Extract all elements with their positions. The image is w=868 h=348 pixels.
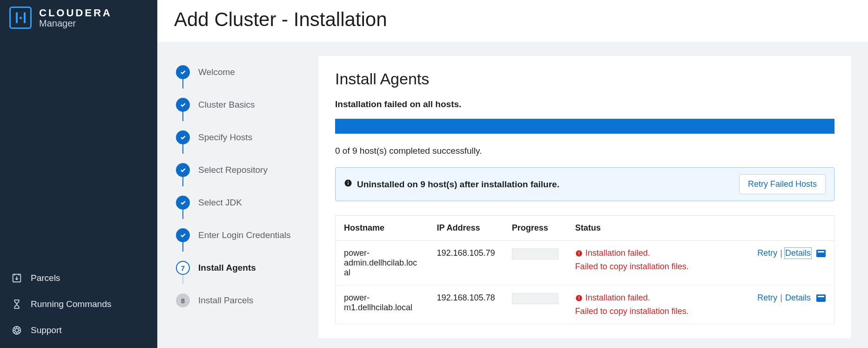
uninstall-info-box: Uninstalled on 9 host(s) after installat… (335, 167, 834, 201)
sidebar-item-parcels[interactable]: Parcels (0, 265, 157, 291)
wizard-step[interactable]: Select Repository (176, 154, 300, 186)
step-label: Select Repository (198, 165, 268, 175)
progress-indicator (512, 248, 558, 259)
svg-rect-4 (348, 183, 349, 185)
step-label: Welcome (198, 67, 235, 77)
check-icon (176, 130, 190, 144)
hosts-table: Hostname IP Address Progress Status powe… (335, 215, 834, 324)
step-label: Install Parcels (198, 295, 253, 306)
wizard-step[interactable]: 8Install Parcels (176, 284, 300, 317)
cell-hostname: power-m1.dellhcilab.local (336, 286, 429, 324)
step-number: 7 (176, 261, 190, 275)
table-row: power-m1.dellhcilab.local192.168.105.78I… (336, 286, 834, 324)
cell-status: Installation failed.Retry | DetailsFaile… (567, 286, 834, 324)
wizard-step[interactable]: Enter Login Credentials (176, 219, 300, 252)
step-label: Enter Login Credentials (198, 230, 291, 240)
retry-failed-hosts-button[interactable]: Retry Failed Hosts (739, 174, 826, 194)
sidebar-item-running-commands[interactable]: Running Commands (0, 291, 157, 317)
check-icon (176, 228, 190, 242)
step-label: Install Agents (198, 263, 256, 273)
wizard-step[interactable]: Specify Hosts (176, 121, 300, 154)
col-progress: Progress (504, 216, 567, 241)
status-error: Installation failed. (575, 248, 650, 258)
sidebar-item-support[interactable]: Support (0, 317, 157, 343)
brand-subtitle: Manager (39, 18, 112, 29)
wizard-step[interactable]: Select JDK (176, 186, 300, 219)
status-error: Installation failed. (575, 293, 650, 303)
window-icon[interactable] (816, 250, 826, 257)
install-agents-panel: Install Agents Installation failed on al… (318, 56, 851, 338)
panel-heading: Install Agents (335, 70, 834, 88)
step-number: 8 (176, 293, 190, 307)
col-hostname: Hostname (336, 216, 429, 241)
progress-indicator (512, 293, 558, 304)
support-icon (11, 325, 22, 336)
error-icon (575, 294, 583, 302)
progress-text: 0 of 9 host(s) completed successfully. (335, 146, 834, 156)
cell-progress (504, 286, 567, 324)
brand-name: CLOUDERA (39, 7, 112, 19)
cell-ip: 192.168.105.78 (429, 286, 504, 324)
retry-link[interactable]: Retry (757, 248, 777, 258)
check-icon (176, 98, 190, 112)
window-icon[interactable] (816, 294, 826, 302)
uninstall-message: Uninstalled on 9 host(s) after installat… (357, 179, 559, 190)
wizard-step[interactable]: Welcome (176, 56, 300, 89)
main-content: Add Cluster - Installation WelcomeCluste… (157, 0, 868, 348)
col-status: Status (567, 216, 834, 241)
brand-logo-icon (9, 7, 32, 29)
sidebar-item-label: Running Commands (31, 299, 111, 309)
svg-point-5 (348, 181, 349, 182)
hourglass-icon (11, 299, 22, 310)
table-row: power-admin.dellhcilab.local192.168.105.… (336, 241, 834, 286)
sidebar-item-label: Parcels (31, 273, 60, 283)
svg-rect-10 (579, 296, 579, 299)
svg-point-11 (579, 299, 579, 300)
page-title: Add Cluster - Installation (157, 0, 868, 42)
sidebar-item-label: Support (31, 325, 62, 335)
step-label: Specify Hosts (198, 132, 252, 143)
panel-sub: Installation failed on all hosts. (335, 99, 834, 109)
wizard-step[interactable]: Cluster Basics (176, 89, 300, 121)
details-link[interactable]: Details (785, 293, 811, 303)
info-icon (344, 179, 352, 190)
cell-status: Installation failed.Retry | DetailsFaile… (567, 241, 834, 286)
sidebar: CLOUDERA Manager Parcels Running Command… (0, 0, 157, 348)
svg-point-2 (15, 328, 18, 332)
cell-ip: 192.168.105.79 (429, 241, 504, 286)
step-label: Cluster Basics (198, 100, 255, 110)
cell-progress (504, 241, 567, 286)
wizard-step[interactable]: 7Install Agents (176, 252, 300, 284)
global-progress-bar (335, 119, 834, 134)
brand[interactable]: CLOUDERA Manager (0, 0, 157, 37)
step-label: Select JDK (198, 198, 242, 208)
check-icon (176, 65, 190, 79)
check-icon (176, 163, 190, 177)
sidebar-nav: Parcels Running Commands Support (0, 265, 157, 348)
status-sub: Failed to copy installation files. (575, 307, 826, 316)
svg-rect-7 (579, 252, 579, 254)
cell-hostname: power-admin.dellhcilab.local (336, 241, 429, 286)
wizard-steps: WelcomeCluster BasicsSpecify HostsSelect… (174, 56, 300, 317)
retry-link[interactable]: Retry (757, 293, 777, 303)
details-link[interactable]: Details (785, 248, 811, 258)
check-icon (176, 196, 190, 210)
svg-point-8 (579, 254, 579, 255)
error-icon (575, 250, 583, 257)
col-ip: IP Address (429, 216, 504, 241)
status-sub: Failed to copy installation files. (575, 262, 826, 272)
parcels-icon (11, 273, 22, 284)
